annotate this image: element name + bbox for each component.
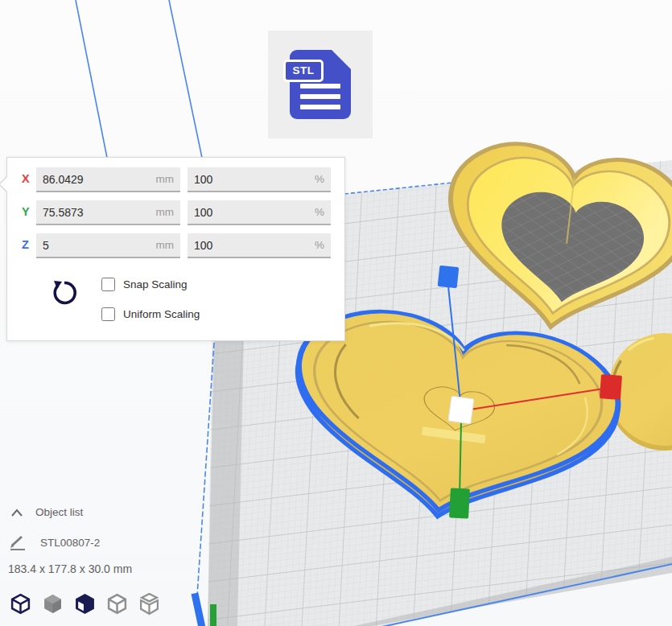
axis-label-x: X xyxy=(22,167,35,191)
anti-overhang-icon xyxy=(138,592,160,616)
axis-label-y: Y xyxy=(22,200,35,224)
snap-scaling-label: Snap Scaling xyxy=(123,278,188,290)
normal-model-icon xyxy=(10,592,31,616)
stl-badge: STL xyxy=(283,60,324,82)
origin-axis-y xyxy=(210,604,216,626)
snap-scaling-row: Snap Scaling xyxy=(101,277,188,291)
unit-label: mm xyxy=(156,173,181,185)
uniform-scaling-label: Uniform Scaling xyxy=(123,308,200,320)
scale-x-mm-input[interactable] xyxy=(36,173,156,186)
scale-y-percent-input[interactable] xyxy=(188,206,315,219)
scale-handle-x[interactable] xyxy=(600,374,622,400)
unit-label: mm xyxy=(156,206,181,218)
chevron-up-icon[interactable] xyxy=(10,509,23,517)
pencil-icon[interactable] xyxy=(10,535,27,550)
modify-overlaps-button[interactable] xyxy=(74,592,96,616)
object-list-header[interactable]: Object list xyxy=(35,506,83,518)
anti-overhang-button[interactable] xyxy=(138,592,160,616)
cutting-mesh-icon xyxy=(106,592,128,616)
app-viewport: STL X mm % Y mm xyxy=(0,0,672,626)
stl-file-icon: STL xyxy=(290,50,351,119)
axis-label-z: Z xyxy=(22,233,35,257)
scale-row-z: Z mm % xyxy=(7,233,344,258)
percent-label: % xyxy=(315,173,331,185)
snap-scaling-checkbox[interactable] xyxy=(101,278,115,291)
scale-handle-center[interactable] xyxy=(448,396,474,424)
object-list-item[interactable]: STL00807-2 xyxy=(40,537,100,549)
scale-row-x: X mm % xyxy=(7,167,344,192)
scale-z-mm-input[interactable] xyxy=(36,239,156,252)
stl-file-tile: STL xyxy=(268,31,373,138)
unit-label: mm xyxy=(156,239,181,251)
uniform-scaling-checkbox[interactable] xyxy=(101,307,115,321)
percent-label: % xyxy=(315,239,331,251)
rotate-ccw-icon xyxy=(51,279,78,307)
scale-handle-y[interactable] xyxy=(449,488,470,518)
cutting-mesh-button[interactable] xyxy=(106,592,128,616)
support-mesh-icon xyxy=(42,592,64,616)
folded-corner-icon xyxy=(331,49,352,70)
normal-model-button[interactable] xyxy=(10,592,31,616)
reset-scale-button[interactable] xyxy=(49,278,80,309)
support-mesh-button[interactable] xyxy=(42,592,64,616)
scale-row-y: Y mm % xyxy=(7,200,344,225)
percent-label: % xyxy=(315,206,331,218)
scale-handle-z[interactable] xyxy=(438,266,460,288)
scale-y-mm-input[interactable] xyxy=(36,206,156,219)
model-dimensions: 183.4 x 177.8 x 30.0 mm xyxy=(8,562,132,575)
uniform-scaling-row: Uniform Scaling xyxy=(101,307,200,321)
modify-overlaps-icon xyxy=(74,592,96,616)
scale-z-percent-input[interactable] xyxy=(188,239,315,252)
mesh-type-toolbar xyxy=(10,592,160,616)
panel-arrow-notch xyxy=(0,175,7,193)
scale-x-percent-input[interactable] xyxy=(188,173,315,186)
scale-tool-panel: X mm % Y mm % Z mm xyxy=(6,157,345,341)
